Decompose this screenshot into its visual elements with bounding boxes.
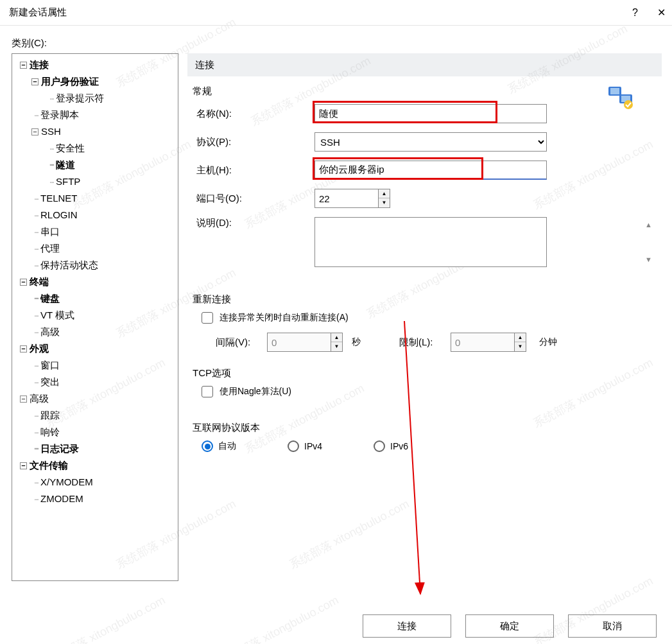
port-spin-down[interactable]: ▼ [379, 198, 390, 207]
limit-label: 限制(L): [399, 336, 444, 349]
limit-unit: 分钟 [539, 336, 557, 348]
tree-advanced-term[interactable]: ···高级 [15, 324, 178, 340]
tree-bell[interactable]: ···响铃 [15, 424, 178, 440]
tree-connection[interactable]: −连接 [15, 57, 178, 73]
tree-xymodem[interactable]: ···X/YMODEM [15, 474, 178, 491]
close-icon[interactable]: ✕ [657, 6, 666, 19]
tree-ssh[interactable]: −SSH [15, 123, 178, 140]
titlebar: 新建会话属性 ? ✕ [0, 0, 672, 26]
protocol-label: 协议(P): [193, 136, 314, 148]
tree-sftp[interactable]: ···SFTP [15, 173, 178, 190]
tree-serial[interactable]: ···串口 [15, 223, 178, 240]
port-label: 端口号(O): [193, 193, 314, 205]
tree-tracking[interactable]: ···跟踪 [15, 407, 178, 424]
window-title: 新建会话属性 [9, 6, 67, 19]
port-spin-up[interactable]: ▲ [379, 189, 390, 198]
ip-title: 互联网协议版本 [193, 422, 657, 434]
svg-rect-1 [610, 88, 619, 94]
scroll-down-icon: ▼ [645, 256, 654, 263]
protocol-select[interactable]: SSH [314, 132, 547, 152]
category-tree[interactable]: −连接 −用户身份验证 ···登录提示符 ···登录脚本 −SSH ···安全性… [12, 53, 178, 581]
port-input[interactable] [314, 189, 379, 208]
tree-terminal[interactable]: −终端 [15, 274, 178, 290]
nagle-checkbox[interactable] [202, 386, 213, 397]
tree-security[interactable]: ···安全性 [15, 140, 178, 157]
help-icon[interactable]: ? [632, 7, 638, 19]
tree-keyboard[interactable]: ···键盘 [15, 290, 178, 307]
tree-advanced[interactable]: −高级 [15, 390, 178, 407]
ok-button[interactable]: 确定 [465, 614, 554, 638]
desc-textarea[interactable] [314, 217, 547, 267]
scroll-up-icon: ▲ [645, 221, 654, 229]
interval-spin-up[interactable]: ▲ [331, 333, 342, 342]
host-label: 主机(H): [193, 164, 314, 177]
tcp-title: TCP选项 [193, 367, 657, 379]
radio-auto[interactable]: 自动 [202, 440, 236, 452]
auto-reconnect-checkbox[interactable] [202, 312, 213, 324]
radio-ipv4[interactable]: IPv4 [288, 440, 322, 452]
nagle-label: 使用Nagle算法(U) [220, 386, 291, 397]
interval-label: 间隔(V): [216, 336, 261, 349]
tree-zmodem[interactable]: ···ZMODEM [15, 491, 178, 507]
name-input[interactable] [314, 104, 547, 123]
reconnect-title: 重新连接 [193, 293, 657, 306]
tree-window[interactable]: ···窗口 [15, 357, 178, 374]
desc-label: 说明(D): [193, 217, 314, 229]
interval-unit: 秒 [352, 336, 361, 348]
connect-button[interactable]: 连接 [363, 614, 451, 638]
name-label: 名称(N): [193, 108, 314, 120]
radio-ipv6[interactable]: IPv6 [374, 440, 408, 452]
general-title: 常规 [193, 85, 657, 98]
tree-proxy[interactable]: ···代理 [15, 240, 178, 257]
tree-telnet[interactable]: ···TELNET [15, 190, 178, 207]
tree-file-transfer[interactable]: −文件传输 [15, 457, 178, 474]
tree-vt-mode[interactable]: ···VT 模式 [15, 307, 178, 324]
interval-spin-down[interactable]: ▼ [331, 342, 342, 351]
host-input[interactable] [314, 161, 547, 180]
tree-rlogin[interactable]: ···RLOGIN [15, 207, 178, 223]
limit-spin-down[interactable]: ▼ [515, 342, 526, 351]
auto-reconnect-label: 连接异常关闭时自动重新连接(A) [220, 312, 349, 324]
cancel-button[interactable]: 取消 [568, 614, 657, 638]
tree-user-auth[interactable]: −用户身份验证 [15, 73, 178, 90]
category-label: 类别(C): [12, 37, 662, 49]
tree-highlight[interactable]: ···突出 [15, 374, 178, 390]
section-header: 连接 [187, 53, 662, 76]
limit-spin-up[interactable]: ▲ [515, 333, 526, 342]
tree-keep-alive[interactable]: ···保持活动状态 [15, 257, 178, 274]
tree-log[interactable]: ···日志记录 [15, 440, 178, 457]
limit-input[interactable] [451, 333, 515, 352]
tree-appearance[interactable]: −外观 [15, 340, 178, 357]
interval-input[interactable] [267, 333, 331, 352]
tree-login-script[interactable]: ···登录脚本 [15, 107, 178, 123]
tree-login-prompt[interactable]: ···登录提示符 [15, 90, 178, 107]
tree-tunnel[interactable]: ···隧道 [15, 157, 178, 173]
